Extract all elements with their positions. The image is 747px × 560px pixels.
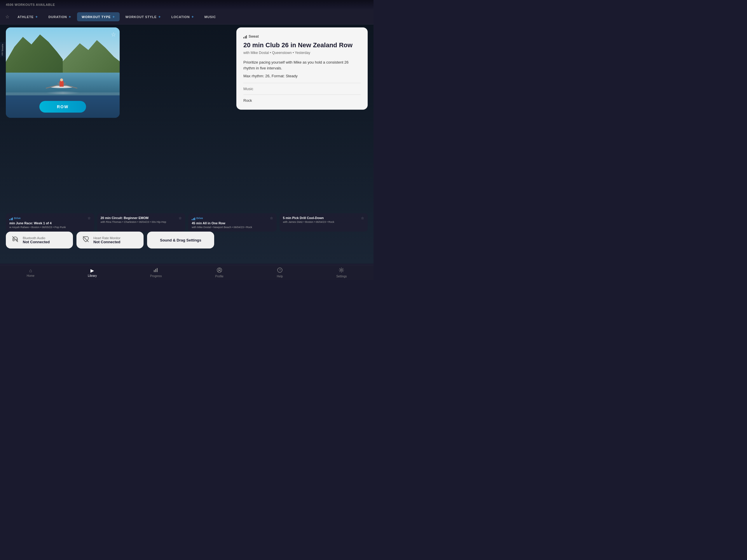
- bluetooth-audio-card[interactable]: Bluetooth Audio Not Connected: [6, 232, 73, 248]
- workout-type-filter-button[interactable]: WORKOUT TYPE +: [77, 12, 120, 21]
- workout-subtitle: with Mike Dostal • Queenstown • Yesterda…: [243, 51, 361, 55]
- nav-profile[interactable]: Profile: [209, 266, 229, 279]
- library-icon: ▶: [91, 268, 94, 273]
- wc-sub-1: with Rina Thomas • Charleston • 06/04/23…: [101, 220, 182, 223]
- sweat-icon: [243, 34, 247, 38]
- top-bar: 4506 WORKOUTS AVAILABLE: [0, 0, 374, 9]
- workout-cards-row: ☆ Drive min June Race: Week 1 of 4 w Ais…: [0, 213, 374, 232]
- detail-badge: Sweat: [243, 34, 361, 38]
- svg-rect-3: [155, 269, 156, 272]
- svg-text:?: ?: [279, 269, 281, 272]
- nav-home[interactable]: ⌂ Home: [21, 267, 40, 278]
- wc-badge-2: Drive: [192, 216, 270, 220]
- wc-badge-text-0: Drive: [14, 217, 21, 220]
- duration-filter-label: DURATION: [48, 15, 67, 19]
- wc-star-1[interactable]: ☆: [179, 216, 182, 220]
- nav-settings[interactable]: Settings: [330, 266, 353, 279]
- wc-star-0[interactable]: ☆: [87, 216, 91, 220]
- wc-badge-text-2: Drive: [197, 217, 203, 220]
- bluetooth-status: Not Connected: [23, 240, 50, 244]
- nav-progress-label: Progress: [150, 274, 162, 278]
- workout-card-1[interactable]: ☆ 20 min Circuit: Beginner EMOM with Rin…: [97, 213, 186, 232]
- athlete-filter-label: ATHLETE: [18, 15, 34, 19]
- heart-rate-card[interactable]: Heart Rate Monitor Not Connected: [76, 232, 144, 248]
- wc-sub-2: with Mike Dostal • Newport Beach • 06/04…: [192, 226, 273, 229]
- workout-title: 20 min Club 26 in New Zealand Row: [243, 42, 361, 49]
- duration-filter-button[interactable]: DURATION +: [44, 12, 76, 21]
- music-filter-button[interactable]: MUSIC: [200, 13, 221, 21]
- nav-library-label: Library: [88, 274, 97, 277]
- bluetooth-icon: [12, 236, 19, 244]
- athlete-plus-icon: +: [35, 15, 38, 19]
- svg-rect-2: [154, 270, 155, 272]
- wc-title-2: 45 min All in One Row: [192, 221, 273, 225]
- nav-help-label: Help: [277, 275, 283, 278]
- main-content: ☆ ROW Sweat 20 min Club 26 in New Zealan…: [0, 25, 374, 264]
- home-icon: ⌂: [29, 268, 32, 273]
- divider-2: [243, 95, 361, 95]
- heart-rate-texts: Heart Rate Monitor Not Connected: [93, 236, 121, 244]
- settings-icon: [339, 267, 344, 274]
- wc-badge-0: Drive: [9, 216, 87, 220]
- filter-bar: ☆ ATHLETE + DURATION + WORKOUT TYPE + WO…: [0, 9, 374, 25]
- svg-point-6: [218, 269, 220, 270]
- athlete-filter-button[interactable]: ATHLETE +: [13, 12, 43, 21]
- connection-bar: Bluetooth Audio Not Connected Heart Rate…: [0, 232, 374, 248]
- nav-progress[interactable]: Progress: [145, 267, 168, 279]
- workout-stats: Max rhythm: 26, Format: Steady: [243, 74, 361, 78]
- nav-settings-label: Settings: [336, 275, 347, 278]
- bluetooth-label: Bluetooth Audio: [23, 236, 50, 240]
- bluetooth-texts: Bluetooth Audio Not Connected: [23, 236, 50, 244]
- bottom-nav: ⌂ Home ▶ Library Progress Profile: [0, 265, 374, 280]
- row-button[interactable]: ROW: [40, 101, 86, 113]
- divider-1: [243, 83, 361, 83]
- workout-style-filter-label: WORKOUT STYLE: [126, 15, 157, 19]
- settings-label: Sound & Drag Settings: [160, 238, 201, 242]
- badge-label: Sweat: [249, 34, 259, 38]
- workouts-count: 4506 WORKOUTS AVAILABLE: [6, 3, 55, 6]
- music-value: Rock: [243, 98, 361, 103]
- heart-rate-label: Heart Rate Monitor: [93, 236, 121, 240]
- workout-style-plus-icon: +: [158, 15, 161, 19]
- location-plus-icon: +: [191, 15, 194, 19]
- nav-home-label: Home: [27, 274, 34, 277]
- workout-style-filter-button[interactable]: WORKOUT STYLE +: [121, 12, 165, 21]
- wc-title-0: min June Race: Week 1 of 4: [9, 221, 91, 225]
- heart-rate-status: Not Connected: [93, 240, 121, 244]
- help-icon: ?: [277, 267, 282, 274]
- wc-star-3[interactable]: ☆: [361, 216, 364, 220]
- profile-icon: [217, 267, 222, 274]
- location-filter-label: LOCATION: [171, 15, 190, 19]
- hero-favorite-icon[interactable]: ☆: [111, 31, 116, 38]
- wc-sub-0: w Aisyah Rafaee • Boston • 06/05/23 • Po…: [9, 226, 91, 229]
- duration-plus-icon: +: [69, 15, 71, 19]
- workout-description: Prioritize pacing yourself with Mike as …: [243, 59, 361, 71]
- music-label: Music: [243, 87, 361, 91]
- detail-panel: Sweat 20 min Club 26 in New Zealand Row …: [236, 27, 368, 110]
- wc-star-2[interactable]: ☆: [270, 216, 273, 220]
- svg-point-9: [340, 269, 342, 271]
- svg-rect-4: [157, 268, 158, 272]
- workout-type-plus-icon: +: [112, 15, 115, 19]
- nav-help[interactable]: ? Help: [271, 266, 289, 279]
- hero-card: ☆ ROW: [6, 27, 120, 118]
- wc-badge-icon-0: [9, 216, 13, 220]
- nav-library[interactable]: ▶ Library: [82, 267, 103, 278]
- sound-drag-settings-card[interactable]: Sound & Drag Settings: [147, 232, 214, 248]
- location-filter-button[interactable]: LOCATION +: [166, 12, 199, 21]
- favorites-filter-button[interactable]: ☆: [3, 12, 12, 22]
- svg-line-1: [83, 237, 88, 242]
- workout-card-0[interactable]: ☆ Drive min June Race: Week 1 of 4 w Ais…: [6, 213, 94, 232]
- wc-badge-icon-2: [192, 216, 195, 220]
- wc-title-3: 5 min Pick Drill Cool-Down: [283, 216, 361, 220]
- progress-icon: [153, 268, 159, 273]
- workout-card-2[interactable]: ☆ Drive 45 min All in One Row with Mike …: [188, 213, 277, 232]
- wc-title-1: 20 min Circuit: Beginner EMOM: [101, 216, 179, 220]
- wc-sub-3: with James Dietz • Boston • 06/04/23 • R…: [283, 220, 364, 223]
- workout-type-filter-label: WORKOUT TYPE: [82, 15, 110, 19]
- music-filter-label: MUSIC: [205, 15, 216, 19]
- heart-rate-icon: [82, 236, 89, 244]
- nav-profile-label: Profile: [215, 275, 224, 278]
- workout-card-3[interactable]: ☆ 5 min Pick Drill Cool-Down with James …: [280, 213, 368, 232]
